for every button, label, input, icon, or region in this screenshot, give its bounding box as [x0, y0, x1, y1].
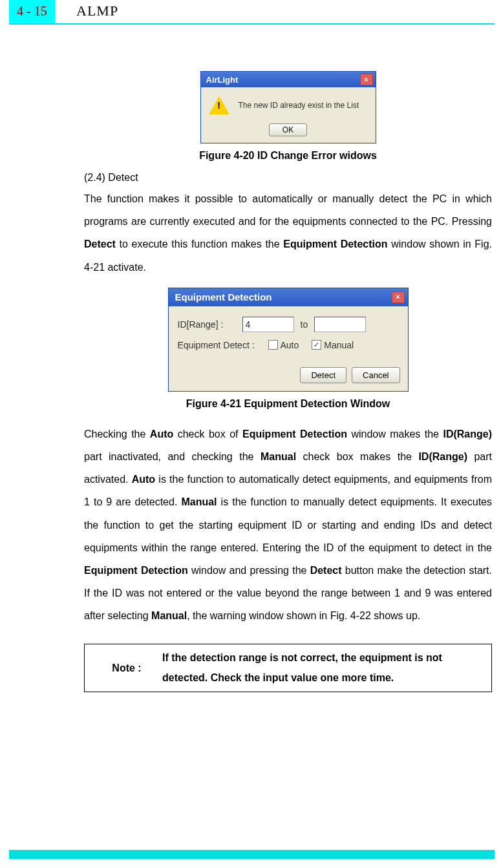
note-text: If the detection range is not correct, t…: [162, 648, 485, 688]
close-icon[interactable]: ×: [392, 291, 405, 303]
id-range-label: ID[Range] :: [178, 319, 236, 330]
equipment-detect-label: Equipment Detect :: [178, 340, 262, 350]
airlight-dialog-title: AirLight: [206, 75, 239, 85]
warning-icon: [209, 96, 229, 114]
header-divider: [9, 23, 495, 25]
airlight-dialog: AirLight × The new ID already exist in t…: [200, 71, 376, 143]
note-label: Note :: [91, 662, 162, 674]
airlight-dialog-message: The new ID already exist in the List: [239, 101, 359, 110]
manual-checkbox-label: Manual: [324, 340, 354, 350]
equipment-detection-title: Equipment Detection: [175, 291, 272, 302]
id-range-to-input[interactable]: [314, 317, 366, 332]
paragraph-detect-intro: The function makes it possible to automa…: [84, 187, 492, 279]
paragraph-detect-details: Checking the Auto check box of Equipment…: [84, 423, 492, 628]
figure-4-21-caption: Figure 4-21 Equipment Detection Window: [84, 398, 492, 410]
auto-checkbox[interactable]: [268, 340, 278, 350]
cancel-button[interactable]: Cancel: [352, 367, 400, 383]
auto-checkbox-label: Auto: [281, 340, 299, 350]
detect-button[interactable]: Detect: [300, 367, 346, 383]
note-box: Note : If the detection range is not cor…: [84, 644, 492, 692]
figure-4-20-caption: Figure 4-20 ID Change Error widows: [84, 150, 492, 162]
page-number-badge: 4 - 15: [9, 0, 55, 23]
manual-checkbox[interactable]: ✓: [312, 340, 321, 350]
equipment-detection-dialog: Equipment Detection × ID[Range] : 4 to E…: [168, 288, 409, 392]
close-icon[interactable]: ×: [360, 74, 373, 85]
footer-bar: [9, 850, 495, 859]
section-2-4-detect-heading: (2.4) Detect: [84, 172, 492, 184]
header-title: ALMP: [76, 3, 118, 19]
id-range-from-input[interactable]: 4: [242, 317, 294, 332]
to-label: to: [301, 319, 308, 330]
ok-button[interactable]: OK: [269, 123, 307, 136]
